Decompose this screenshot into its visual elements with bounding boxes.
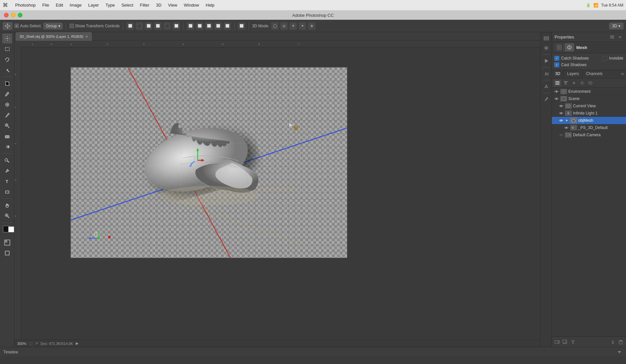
photoshop-canvas[interactable] xyxy=(71,67,347,258)
menu-edit[interactable]: Edit xyxy=(52,0,66,10)
document-tab[interactable]: 3D_Shell.obj @ 300% (Layer 1, RGB/8) ✕ xyxy=(16,32,92,41)
panel-icon-copy[interactable] xyxy=(562,339,568,345)
mini-icon-effects[interactable] xyxy=(542,82,551,91)
menu-file[interactable]: File xyxy=(39,0,52,10)
auto-select-dropdown[interactable]: Group ▾ xyxy=(43,23,62,29)
text-tool[interactable]: T xyxy=(2,176,12,186)
menu-image[interactable]: Image xyxy=(67,0,85,10)
auto-select-checkbox[interactable]: ✓ Auto-Select: xyxy=(14,24,42,28)
layers-tool-filter[interactable] xyxy=(562,80,569,86)
layer-eye-environment[interactable] xyxy=(554,89,559,94)
menu-select[interactable]: Select xyxy=(118,0,136,10)
align-btn-2[interactable]: ⬛ xyxy=(136,22,143,30)
menu-help[interactable]: Help xyxy=(202,0,218,10)
align-btn-12[interactable]: ⬜ xyxy=(238,22,245,30)
3d-mode-btn-4[interactable]: ✦ xyxy=(299,22,306,30)
tab-channels[interactable]: Channels xyxy=(583,70,606,78)
align-btn-11[interactable]: ⬜ xyxy=(224,22,231,30)
align-btn-5[interactable]: ⬛ xyxy=(163,22,171,30)
align-btn-4[interactable]: ⬜ xyxy=(154,22,161,30)
3d-view-dropdown[interactable]: 3D ▾ xyxy=(609,23,623,29)
menu-3d[interactable]: 3D xyxy=(153,0,165,10)
align-btn-8[interactable]: ⬜ xyxy=(196,22,203,30)
layers-tool-view[interactable] xyxy=(554,80,561,86)
panel-icon-light2[interactable] xyxy=(610,339,616,345)
align-btn-10[interactable]: ⬜ xyxy=(214,22,222,30)
eraser-tool[interactable] xyxy=(2,131,12,141)
menu-filter[interactable]: Filter xyxy=(137,0,153,10)
tab-close-btn[interactable]: ✕ xyxy=(85,35,88,39)
mini-icon-layers[interactable] xyxy=(542,34,551,43)
3d-mode-btn-3[interactable]: ✛ xyxy=(290,22,297,30)
heal-tool[interactable] xyxy=(2,100,12,110)
move-tool[interactable] xyxy=(2,34,12,43)
menu-layer[interactable]: Layer xyxy=(85,0,102,10)
layer-eye-current-view[interactable] xyxy=(558,103,564,109)
align-btn-3[interactable]: ⬜ xyxy=(145,22,152,30)
crop-tool[interactable] xyxy=(2,79,12,89)
lasso-tool[interactable] xyxy=(2,55,12,65)
3d-mode-btn-2[interactable]: ◎ xyxy=(280,22,288,30)
canvas-container[interactable]: -101234567 01234 xyxy=(14,41,540,340)
timeline-collapse-btn[interactable] xyxy=(616,349,623,355)
layer-eye-obj-mesh[interactable] xyxy=(558,118,564,123)
doc-info-arrow[interactable]: ▶ xyxy=(76,341,78,346)
panel-collapse-btn[interactable]: ≪ xyxy=(619,70,626,78)
mini-icon-mask[interactable] xyxy=(542,43,551,53)
3d-mode-btn-5[interactable]: ⊕ xyxy=(308,22,315,30)
mini-icon-play[interactable] xyxy=(542,56,551,65)
layer-expand-obj-mesh[interactable] xyxy=(565,118,569,122)
transform-controls-checkbox[interactable]: Show Transform Controls xyxy=(70,24,120,28)
select-rect-tool[interactable] xyxy=(2,44,12,54)
canvas-viewport[interactable] xyxy=(21,47,540,340)
gradient-tool[interactable] xyxy=(2,142,12,152)
properties-collapse-icon[interactable]: ≪ xyxy=(617,34,623,40)
magic-wand-tool[interactable] xyxy=(2,65,12,75)
align-btn-6[interactable]: ⬜ xyxy=(173,22,180,30)
layers-tool-light[interactable] xyxy=(579,80,586,86)
prop-icon-mesh[interactable] xyxy=(565,43,574,51)
maximize-button[interactable] xyxy=(18,13,22,17)
layer-ps3d-default[interactable]: _PS_3D_Default xyxy=(552,124,626,131)
auto-select-box[interactable]: ✓ xyxy=(14,24,19,28)
layers-tool-material[interactable] xyxy=(587,80,594,86)
background-color[interactable] xyxy=(8,226,14,232)
quick-mask-btn[interactable] xyxy=(2,238,12,247)
menu-type[interactable]: Type xyxy=(102,0,118,10)
layers-tool-add[interactable] xyxy=(570,80,578,86)
minimize-button[interactable] xyxy=(11,13,15,17)
layer-infinite-light[interactable]: Infinite Light 1 xyxy=(552,110,626,117)
layer-environment[interactable]: Environment xyxy=(552,88,626,95)
align-btn-7[interactable]: ⬜ xyxy=(187,22,194,30)
menu-window[interactable]: Window xyxy=(181,0,202,10)
mini-icon-text[interactable]: AI xyxy=(542,69,551,78)
menu-photoshop[interactable]: Photoshop xyxy=(12,0,39,10)
clone-tool[interactable] xyxy=(2,121,12,131)
panel-icon-camera[interactable] xyxy=(554,339,560,345)
align-btn-9[interactable]: ⬜ xyxy=(205,22,213,30)
pen-tool[interactable] xyxy=(2,166,12,176)
layer-eye-scene[interactable] xyxy=(554,96,559,101)
screen-mode-btn[interactable] xyxy=(2,248,12,258)
apple-menu[interactable]: ⌘ xyxy=(3,2,8,8)
hand-tool[interactable] xyxy=(2,200,12,210)
shape-tool[interactable] xyxy=(2,187,12,197)
eyedropper-tool[interactable] xyxy=(2,89,12,99)
layer-default-camera[interactable]: Default Camera xyxy=(552,131,626,139)
brush-tool[interactable] xyxy=(2,110,12,120)
close-button[interactable] xyxy=(4,13,9,17)
invisible-checkbox[interactable] xyxy=(603,56,607,61)
dodge-tool[interactable] xyxy=(2,155,12,165)
layer-eye-ps3d-default[interactable] xyxy=(564,125,569,130)
mini-icon-tools[interactable] xyxy=(542,95,551,104)
3d-mode-btn-1[interactable]: ◯ xyxy=(271,22,278,30)
transform-box[interactable] xyxy=(70,24,74,28)
zoom-tool[interactable] xyxy=(2,211,12,221)
layer-scene[interactable]: Scene xyxy=(552,95,626,102)
layer-eye-infinite-light[interactable] xyxy=(558,111,564,116)
cast-shadows-checkbox[interactable]: ✓ xyxy=(555,63,559,67)
prop-icon-scene[interactable] xyxy=(555,43,564,51)
align-btn-1[interactable]: ⬜ xyxy=(127,22,134,30)
transform-widget[interactable] xyxy=(186,146,209,169)
panel-icon-delete[interactable] xyxy=(617,339,624,345)
